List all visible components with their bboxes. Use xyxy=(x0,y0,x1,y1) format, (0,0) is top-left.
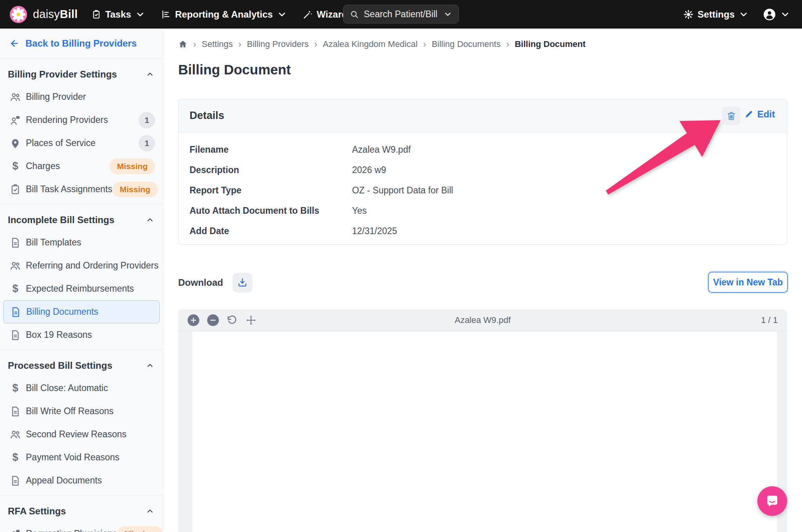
search-label: Search Patient/Bill xyxy=(364,9,438,20)
delete-document-button[interactable] xyxy=(722,107,740,125)
sidebar-item-second-review-reasons[interactable]: Second Review Reasons xyxy=(0,423,163,446)
details-card-header: Details Edit xyxy=(179,99,787,132)
details-title: Details xyxy=(190,110,224,122)
trash-icon xyxy=(726,111,737,121)
sidebar-item-label: Bill Templates xyxy=(26,237,81,248)
detail-row-filename: Filename Azalea W9.pdf xyxy=(179,139,787,160)
sidebar-item-appeal-documents[interactable]: Appeal Documents xyxy=(0,469,163,492)
section-header[interactable]: Processed Bill Settings xyxy=(0,355,163,377)
gear-icon xyxy=(683,9,694,20)
detail-row-add-date: Add Date 12/31/2025 xyxy=(179,221,787,241)
nav-menu-tasks[interactable]: Tasks xyxy=(91,9,145,20)
sidebar-item-label: Bill Write Off Reasons xyxy=(26,406,114,417)
pdf-viewer: Azalea W9.pdf 1 / 1 xyxy=(178,309,787,532)
section-header[interactable]: Incomplete Bill Settings xyxy=(0,209,163,231)
dollar-icon: $ xyxy=(9,452,21,463)
sidebar-item-referring-ordering-providers[interactable]: Referring and Ordering Providers xyxy=(0,254,163,277)
settings-sidebar: Back to Billing Providers Billing Provid… xyxy=(0,29,163,532)
chevron-down-icon xyxy=(443,10,452,19)
account-menu[interactable] xyxy=(763,8,790,21)
breadcrumb-settings[interactable]: Settings xyxy=(202,39,233,49)
chevron-down-icon xyxy=(739,9,749,20)
sidebar-item-label: Places of Service xyxy=(26,138,96,148)
section-incomplete-bill-settings: Incomplete Bill Settings Bill Templates … xyxy=(0,204,163,350)
sidebar-item-expected-reimbursements[interactable]: $ Expected Reimbursements xyxy=(0,277,163,300)
dollar-icon: $ xyxy=(9,161,21,172)
sidebar-item-requesting-physicians[interactable]: Requesting Physicians Missing xyxy=(0,522,163,532)
breadcrumb-separator: › xyxy=(506,39,509,50)
clipboard-check-icon xyxy=(91,9,101,20)
section-header[interactable]: RFA Settings xyxy=(0,500,163,522)
section-billing-provider-settings: Billing Provider Settings Billing Provid… xyxy=(0,59,163,204)
detail-row-description: Description 2026 w9 xyxy=(179,160,787,180)
sidebar-item-rendering-providers[interactable]: Rendering Providers 1 xyxy=(0,108,163,132)
rotate-ccw-icon[interactable] xyxy=(227,315,238,326)
missing-badge: Missing xyxy=(112,182,158,197)
sidebar-item-label: Billing Documents xyxy=(26,307,98,317)
pencil-icon xyxy=(744,110,753,119)
sidebar-item-charges[interactable]: $ Charges Missing xyxy=(0,155,163,178)
breadcrumb-billing-providers[interactable]: Billing Providers xyxy=(247,39,309,49)
chart-icon xyxy=(161,9,171,20)
home-icon[interactable] xyxy=(178,40,188,49)
file-text-icon xyxy=(9,329,21,341)
brand-logo-group[interactable]: daisyBill xyxy=(9,5,78,23)
missing-badge: Missing xyxy=(110,159,155,174)
breadcrumb-billing-documents[interactable]: Billing Documents xyxy=(432,39,500,49)
zoom-out-button[interactable] xyxy=(207,314,219,326)
magic-wand-icon xyxy=(303,9,313,20)
sidebar-item-label: Expected Reimbursements xyxy=(26,283,134,294)
zoom-in-button[interactable] xyxy=(188,314,199,326)
section-header[interactable]: Billing Provider Settings xyxy=(0,63,163,85)
chat-bubble-icon xyxy=(764,493,780,509)
sidebar-item-payment-void-reasons[interactable]: $ Payment Void Reasons xyxy=(0,446,163,469)
sidebar-item-bill-write-off-reasons[interactable]: Bill Write Off Reasons xyxy=(0,400,163,423)
sidebar-item-label: Billing Provider xyxy=(26,92,86,102)
breadcrumb-azalea-kingdom-medical[interactable]: Azalea Kingdom Medical xyxy=(323,39,417,49)
dollar-icon: $ xyxy=(9,382,21,394)
sidebar-item-label: Charges xyxy=(26,161,60,171)
file-text-icon xyxy=(9,406,21,417)
sidebar-item-bill-close-automatic[interactable]: $ Bill Close: Automatic xyxy=(0,377,163,400)
top-nav: daisyBill Tasks Reporting & Analytics xyxy=(0,0,802,29)
nav-menu-settings[interactable]: Settings xyxy=(683,9,749,20)
breadcrumb-separator: › xyxy=(423,39,426,50)
sidebar-item-billing-provider[interactable]: Billing Provider xyxy=(0,85,163,108)
nav-menu-label: Reporting & Analytics xyxy=(175,9,273,20)
search-patient-bill[interactable]: Search Patient/Bill xyxy=(343,5,459,23)
nav-menu-reporting[interactable]: Reporting & Analytics xyxy=(161,9,287,20)
person-chat-icon xyxy=(9,528,21,532)
sidebar-item-label: Payment Void Reasons xyxy=(26,452,119,463)
breadcrumb-current: Billing Document xyxy=(515,39,585,49)
sidebar-item-label: Rendering Providers xyxy=(26,115,108,125)
main-content: › Settings › Billing Providers › Azalea … xyxy=(163,29,802,532)
breadcrumb-separator: › xyxy=(193,39,196,50)
chevron-up-icon xyxy=(146,507,154,516)
sidebar-item-bill-templates[interactable]: Bill Templates xyxy=(0,231,163,254)
pdf-filename: Azalea W9.pdf xyxy=(178,315,787,325)
file-text-icon xyxy=(9,475,21,487)
sidebar-item-box-19-reasons[interactable]: Box 19 Reasons xyxy=(0,323,163,346)
edit-document-button[interactable]: Edit xyxy=(744,109,775,120)
sidebar-item-billing-documents[interactable]: Billing Documents xyxy=(3,300,160,323)
move-pan-icon[interactable] xyxy=(246,315,256,326)
chevron-up-icon xyxy=(146,216,154,224)
sidebar-item-label: Bill Task Assignments xyxy=(26,184,112,195)
details-card-body: Filename Azalea W9.pdf Description 2026 … xyxy=(179,132,787,241)
sidebar-item-label: Second Review Reasons xyxy=(26,429,126,440)
download-button[interactable] xyxy=(233,273,252,292)
count-badge: 1 xyxy=(139,112,155,128)
back-to-billing-providers-link[interactable]: Back to Billing Providers xyxy=(0,29,163,59)
chevron-down-icon xyxy=(135,9,145,20)
sidebar-item-label: Box 19 Reasons xyxy=(26,330,92,340)
view-in-new-tab-button[interactable]: View in New Tab xyxy=(708,272,788,293)
download-icon xyxy=(237,277,248,288)
chevron-up-icon xyxy=(146,361,154,370)
section-rfa-settings: RFA Settings Requesting Physicians Missi… xyxy=(0,496,163,532)
chat-launcher-button[interactable] xyxy=(757,486,787,516)
breadcrumb: › Settings › Billing Providers › Azalea … xyxy=(178,39,585,50)
sidebar-item-label: Appeal Documents xyxy=(26,475,102,486)
sidebar-item-bill-task-assignments[interactable]: Bill Task Assignments Missing xyxy=(0,178,163,201)
sidebar-item-places-of-service[interactable]: Places of Service 1 xyxy=(0,132,163,155)
clipboard-check-icon xyxy=(9,184,21,195)
